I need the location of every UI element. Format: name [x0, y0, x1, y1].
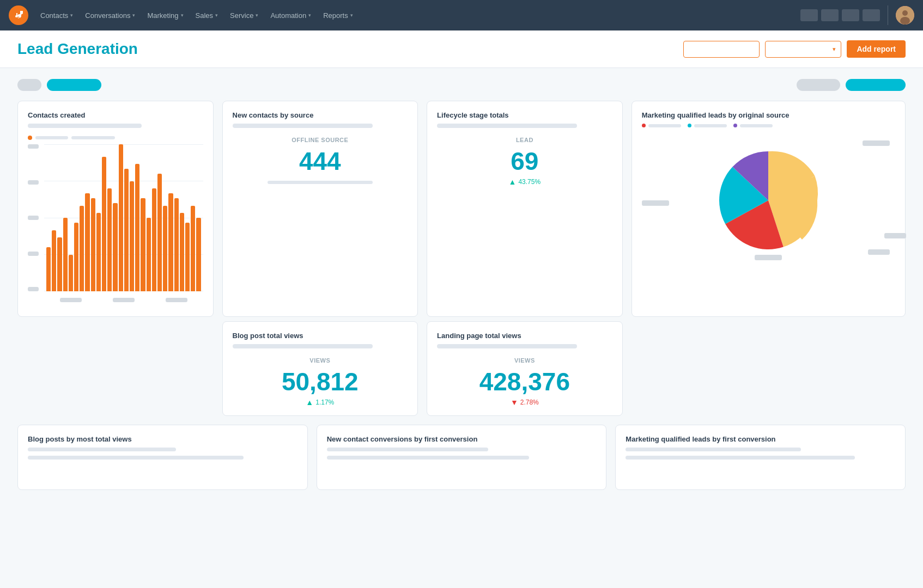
pie-label-right [884, 233, 906, 238]
bottom-card-3-title: Marketing qualified leads by first conve… [626, 435, 895, 443]
nav-automation[interactable]: Automation ▾ [265, 7, 317, 24]
x-label-2 [113, 298, 135, 302]
bar [69, 255, 73, 292]
new-contacts-change-bar [268, 181, 373, 184]
bar [180, 213, 184, 291]
bottom-bar-3b [626, 456, 854, 460]
svg-point-4 [900, 17, 910, 24]
chevron-down-icon: ▾ [132, 13, 135, 18]
bar [91, 198, 95, 291]
bottom-card-2: New contact conversions by first convers… [317, 425, 607, 490]
landing-views-change: ▼ 2.78% [437, 398, 612, 407]
bar [174, 198, 179, 291]
avatar[interactable] [896, 6, 914, 24]
content-area: Contacts created [0, 68, 923, 501]
pie-legend-bar-2 [694, 124, 727, 127]
svg-point-3 [902, 10, 908, 16]
mql-title: Marketing qualified leads by original so… [642, 111, 895, 119]
filter-bar [17, 79, 906, 91]
filter-pill-teal-1[interactable] [47, 79, 101, 91]
add-report-button[interactable]: Add report [847, 40, 906, 58]
blog-views-value: 50,812 [233, 368, 408, 396]
bar [185, 223, 190, 291]
pie-label-bottom [755, 255, 782, 260]
bar [163, 206, 167, 292]
chevron-down-icon: ▾ [70, 13, 73, 18]
bottom-bar-1a [28, 448, 176, 451]
filter-pill-grey-1[interactable] [17, 79, 41, 91]
pie-legend-bar-1 [648, 124, 681, 127]
date-range-input[interactable] [683, 41, 760, 58]
nav-marketing[interactable]: Marketing ▾ [142, 7, 189, 24]
contacts-created-title: Contacts created [28, 111, 203, 119]
nav-conversations[interactable]: Conversations ▾ [80, 7, 141, 24]
pie-chart-main [708, 140, 828, 260]
chart-legend [28, 136, 203, 140]
lifecycle-title: Lifecycle stage totals [437, 111, 612, 119]
nav-items: Contacts ▾ Conversations ▾ Marketing ▾ S… [35, 7, 798, 24]
bar [147, 218, 151, 291]
bottom-bar-1b [28, 456, 244, 460]
bar [52, 230, 56, 292]
hubspot-logo [9, 5, 28, 25]
bottom-bar-2a [327, 448, 489, 451]
nav-reports[interactable]: Reports ▾ [318, 7, 359, 24]
navbar: Contacts ▾ Conversations ▾ Marketing ▾ S… [0, 0, 923, 30]
nav-action-btn-1[interactable] [800, 9, 818, 21]
chevron-down-icon: ▾ [215, 13, 218, 18]
bar-chart-bars [44, 144, 203, 291]
lifecycle-change: ▲ 43.75% [437, 177, 612, 186]
bar [74, 223, 78, 291]
pie-legend [642, 124, 895, 127]
filter-pill-grey-2[interactable] [797, 79, 840, 91]
bar [119, 144, 123, 291]
pie-label-top-right [863, 140, 890, 146]
nav-action-btn-2[interactable] [821, 9, 839, 21]
nav-service[interactable]: Service ▾ [224, 7, 264, 24]
new-contacts-card: New contacts by source OFFLINE SOURCE 44… [222, 101, 418, 317]
page-title: Lead Generation [17, 40, 138, 58]
new-contacts-source-label: OFFLINE SOURCE [233, 137, 408, 143]
page-header: Lead Generation Add report [0, 30, 923, 68]
lifecycle-card: Lifecycle stage totals LEAD 69 ▲ 43.75% [427, 101, 623, 317]
new-contacts-value: 444 [233, 148, 408, 175]
nav-sales[interactable]: Sales ▾ [190, 7, 224, 24]
nav-right [800, 5, 914, 25]
bar [63, 218, 68, 291]
bottom-card-2-title: New contact conversions by first convers… [327, 435, 597, 443]
filter-select-wrapper [765, 41, 841, 58]
y-label-3 [28, 216, 39, 220]
y-label-4 [28, 180, 39, 185]
landing-views-card: Landing page total views VIEWS 428,376 ▼… [427, 321, 623, 416]
x-label-3 [166, 298, 187, 302]
landing-views-value: 428,376 [437, 368, 612, 396]
main-cards-grid: Contacts created [17, 101, 906, 416]
nav-contacts[interactable]: Contacts ▾ [35, 7, 78, 24]
bar [168, 193, 173, 291]
pie-label-left [642, 200, 669, 206]
blog-views-label: VIEWS [233, 357, 408, 364]
bar [57, 237, 62, 291]
lifecycle-stage-label: LEAD [437, 137, 612, 143]
lifecycle-change-value: 43.75% [518, 178, 541, 186]
blog-views-change: ▲ 1.17% [233, 398, 408, 407]
y-label-5 [28, 144, 39, 149]
trend-up-icon: ▲ [509, 177, 517, 186]
filter-pill-teal-2[interactable] [846, 79, 906, 91]
bottom-bar-3a [626, 448, 801, 451]
y-label-1 [28, 287, 39, 291]
bar [85, 193, 89, 291]
legend-bar-1 [35, 136, 68, 139]
chevron-down-icon: ▾ [256, 13, 258, 18]
nav-action-btn-3[interactable] [842, 9, 859, 21]
blog-views-change-value: 1.17% [315, 399, 334, 406]
bottom-cards-grid: Blog posts by most total views New conta… [17, 425, 906, 490]
chevron-down-icon: ▾ [350, 13, 353, 18]
bar [135, 164, 139, 291]
nav-action-btn-4[interactable] [863, 9, 880, 21]
blog-views-title: Blog post total views [233, 332, 408, 340]
nav-divider [888, 5, 888, 25]
bar [196, 218, 201, 291]
x-label-1 [60, 298, 82, 302]
filter-select[interactable] [765, 41, 841, 58]
